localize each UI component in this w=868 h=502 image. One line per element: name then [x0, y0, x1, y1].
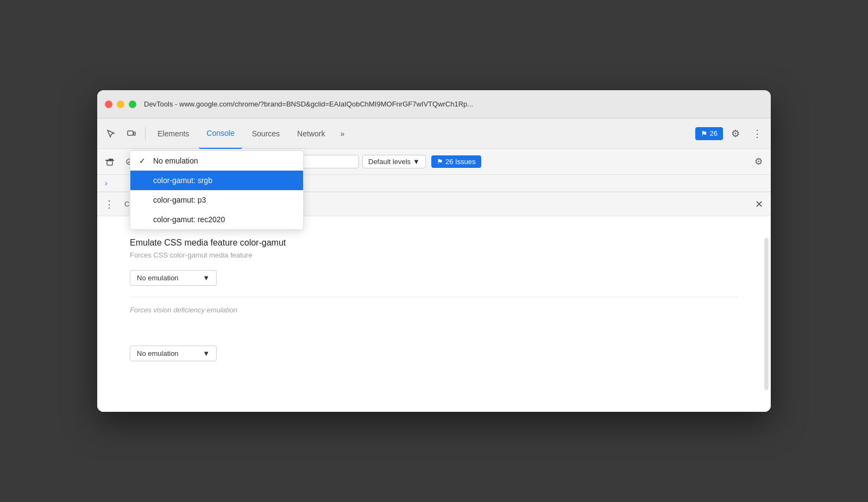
vision-dropdown-arrow-icon: ▼	[203, 349, 210, 357]
color-gamut-dropdown-container: ✓ No emulation color-gamut: srgb color-g…	[130, 270, 217, 286]
issues-badge[interactable]: ⚑ 26	[695, 127, 723, 140]
clear-console-button[interactable]	[102, 154, 118, 170]
tab-right-area: ⚑ 26 ⚙ ⋮	[695, 124, 766, 143]
vision-dropdown-trigger[interactable]: No emulation ▼	[130, 346, 217, 361]
close-button[interactable]	[105, 101, 112, 108]
svg-rect-3	[107, 161, 112, 165]
scrollbar[interactable]	[764, 238, 769, 390]
inspect-element-button[interactable]	[102, 124, 120, 143]
tab-elements[interactable]: Elements	[150, 118, 197, 149]
toolbar-issues-badge[interactable]: ⚑ 26 Issues	[431, 155, 481, 168]
drawer: ⋮ Console Rendering ✕ Issues ✕ Emulate C…	[97, 192, 771, 412]
window-title: DevTools - www.google.com/chrome/?brand=…	[144, 100, 763, 108]
default-levels-selector[interactable]: Default levels ▼	[362, 155, 426, 168]
option-label-p3: color-gamut: p3	[153, 196, 206, 204]
dropdown-current-value: No emulation	[137, 274, 179, 282]
dropdown-option-srgb[interactable]: color-gamut: srgb	[130, 171, 303, 190]
emulate-section-title: Emulate CSS media feature color-gamut	[130, 238, 738, 248]
rendering-content: Emulate CSS media feature color-gamut Fo…	[97, 216, 771, 412]
toolbar-issues-count: 26 Issues	[445, 158, 476, 166]
dropdown-option-no-emulation[interactable]: ✓ No emulation	[130, 151, 303, 171]
issues-count: 26	[710, 129, 718, 137]
expand-arrow-icon[interactable]: ›	[105, 179, 108, 187]
tab-sources[interactable]: Sources	[244, 118, 287, 149]
tab-more-button[interactable]: »	[335, 126, 350, 141]
tab-divider	[145, 127, 146, 140]
vision-dropdown-value: No emulation	[137, 349, 179, 357]
default-levels-arrow-icon: ▼	[413, 158, 420, 166]
console-settings-button[interactable]: ⚙	[750, 154, 766, 170]
color-gamut-dropdown-trigger[interactable]: No emulation ▼	[130, 270, 217, 286]
title-bar: DevTools - www.google.com/chrome/?brand=…	[97, 90, 771, 118]
traffic-lights	[105, 101, 136, 108]
device-toolbar-button[interactable]	[122, 124, 141, 143]
close-drawer-button[interactable]: ✕	[751, 197, 766, 212]
main-tab-bar: Elements Console Sources Network » ⚑ 26 …	[97, 118, 771, 149]
toolbar-flag-icon: ⚑	[437, 158, 443, 166]
default-levels-label: Default levels	[368, 158, 411, 166]
flag-icon: ⚑	[701, 129, 708, 138]
option-label-rec2020: color-gamut: rec2020	[153, 215, 225, 224]
dropdown-option-rec2020[interactable]: color-gamut: rec2020	[130, 210, 303, 229]
svg-rect-0	[128, 131, 133, 135]
color-gamut-dropdown-menu: ✓ No emulation color-gamut: srgb color-g…	[130, 150, 304, 230]
maximize-button[interactable]	[129, 101, 136, 108]
drawer-more-button[interactable]: ⋮	[102, 197, 117, 212]
check-icon: ✓	[139, 156, 148, 165]
vision-desc: Forces vision deficiency emulation	[130, 306, 237, 314]
dropdown-arrow-icon: ▼	[203, 274, 210, 282]
tab-console[interactable]: Console	[199, 118, 242, 149]
devtools-window: DevTools - www.google.com/chrome/?brand=…	[97, 90, 771, 412]
more-options-button[interactable]: ⋮	[748, 124, 766, 143]
option-label-srgb: color-gamut: srgb	[153, 176, 212, 185]
settings-button[interactable]: ⚙	[726, 124, 745, 143]
svg-rect-1	[134, 132, 135, 135]
emulate-section-desc: Forces CSS color-gamut media feature	[130, 251, 738, 259]
dropdown-option-p3[interactable]: color-gamut: p3	[130, 190, 303, 210]
minimize-button[interactable]	[117, 101, 124, 108]
option-label-no-emulation: No emulation	[153, 156, 198, 165]
tab-network[interactable]: Network	[290, 118, 332, 149]
